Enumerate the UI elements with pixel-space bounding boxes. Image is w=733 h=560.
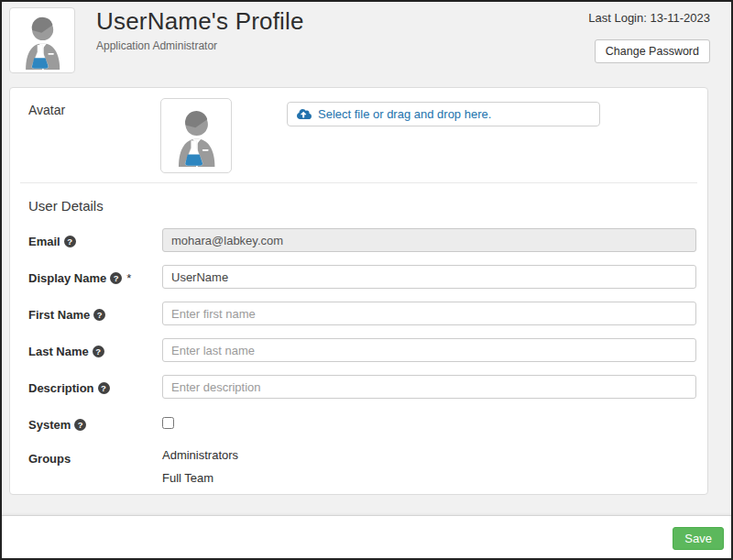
form-row-last-name: Last Name bbox=[28, 338, 696, 362]
profile-page: UserName's Profile Application Administr… bbox=[2, 2, 731, 558]
email-label: Email bbox=[28, 235, 60, 248]
group-item: Administrators bbox=[162, 445, 696, 462]
cloud-upload-icon bbox=[297, 108, 312, 120]
header-titles: UserName's Profile Application Administr… bbox=[96, 7, 304, 52]
save-button[interactable]: Save bbox=[673, 527, 724, 550]
scientist-avatar-icon bbox=[165, 103, 227, 169]
display-name-label-cell: Display Name* bbox=[28, 265, 162, 289]
last-name-label-cell: Last Name bbox=[28, 338, 162, 362]
profile-window: { "header": { "title": "UserName's Profi… bbox=[0, 0, 733, 560]
avatar-section-label: Avatar bbox=[28, 103, 65, 117]
email-input bbox=[162, 228, 696, 252]
profile-panel: Avatar Select file or drag and drop bbox=[9, 87, 708, 495]
user-details-heading: User Details bbox=[28, 198, 696, 214]
form-row-system: System bbox=[28, 412, 696, 433]
groups-list: Administrators Full Team bbox=[162, 445, 696, 491]
description-input[interactable] bbox=[162, 375, 696, 399]
user-details-section: User Details Email Display Name* bbox=[10, 183, 707, 491]
system-label: System bbox=[28, 418, 71, 432]
description-label-cell: Description bbox=[28, 375, 162, 399]
scientist-avatar-icon bbox=[13, 11, 71, 70]
last-name-input[interactable] bbox=[162, 338, 696, 362]
groups-label: Groups bbox=[28, 452, 71, 466]
email-label-cell: Email bbox=[28, 228, 162, 252]
help-icon[interactable] bbox=[64, 236, 76, 247]
display-name-label: Display Name bbox=[28, 271, 106, 285]
help-icon[interactable] bbox=[93, 346, 104, 357]
help-icon[interactable] bbox=[110, 272, 122, 284]
first-name-label: First Name bbox=[28, 308, 90, 322]
help-icon[interactable] bbox=[98, 382, 110, 394]
header-avatar bbox=[9, 7, 75, 73]
first-name-label-cell: First Name bbox=[28, 302, 162, 325]
avatar-image bbox=[160, 98, 232, 173]
description-label: Description bbox=[28, 381, 94, 395]
help-icon[interactable] bbox=[74, 419, 86, 431]
display-name-input[interactable] bbox=[162, 265, 696, 289]
groups-label-cell: Groups bbox=[28, 445, 162, 491]
required-marker: * bbox=[126, 271, 131, 285]
dropzone-text: Select file or drag and drop here. bbox=[318, 107, 491, 121]
avatar-section: Avatar Select file or drag and drop bbox=[10, 88, 707, 182]
system-checkbox[interactable] bbox=[162, 417, 174, 429]
change-password-button[interactable]: Change Password bbox=[595, 39, 710, 63]
last-login-text: Last Login: 13-11-2023 bbox=[588, 11, 710, 25]
form-row-groups: Groups Administrators Full Team bbox=[28, 445, 696, 491]
form-row-first-name: First Name bbox=[28, 302, 696, 325]
system-label-cell: System bbox=[28, 412, 162, 433]
form-row-display-name: Display Name* bbox=[28, 265, 696, 289]
header-right: Last Login: 13-11-2023 Change Password bbox=[588, 11, 710, 63]
help-icon[interactable] bbox=[93, 309, 105, 321]
group-item: Full Team bbox=[162, 468, 696, 485]
footer-bar: Save bbox=[2, 515, 731, 558]
form-row-description: Description bbox=[28, 375, 696, 399]
page-subtitle: Application Administrator bbox=[96, 39, 304, 52]
first-name-input[interactable] bbox=[162, 302, 696, 325]
page-title: UserName's Profile bbox=[96, 7, 304, 36]
form-row-email: Email bbox=[28, 228, 696, 252]
avatar-dropzone[interactable]: Select file or drag and drop here. bbox=[287, 102, 600, 126]
last-name-label: Last Name bbox=[28, 345, 89, 358]
